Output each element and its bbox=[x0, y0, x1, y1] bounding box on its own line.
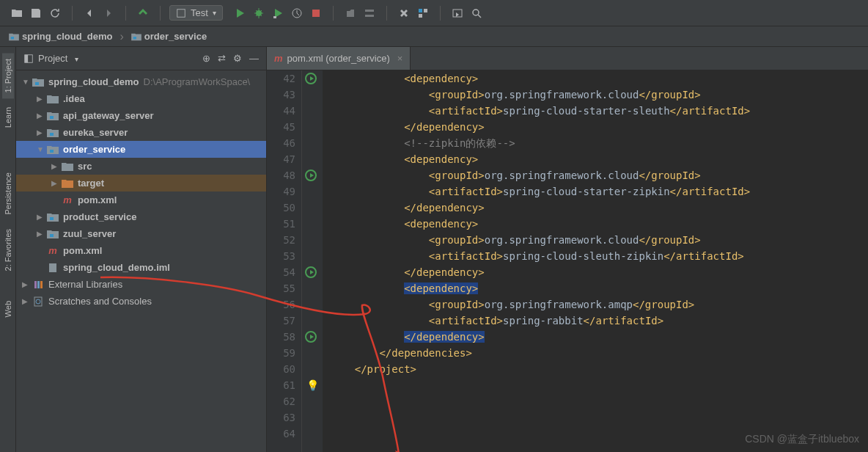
save-icon[interactable] bbox=[28, 5, 44, 21]
svg-rect-3 bbox=[312, 10, 320, 17]
back-icon[interactable] bbox=[81, 5, 98, 21]
breadcrumb-current[interactable]: order_service bbox=[131, 31, 207, 42]
run-configuration-selector[interactable]: Test ▾ bbox=[169, 5, 223, 21]
svg-rect-15 bbox=[50, 133, 54, 136]
run-icon[interactable] bbox=[232, 5, 248, 21]
hide-panel-icon[interactable]: — bbox=[249, 53, 259, 64]
panel-settings-icon[interactable]: ⚙ bbox=[233, 53, 242, 64]
rail-tab-favorites[interactable]: 2: Favorites bbox=[2, 223, 14, 277]
svg-rect-19 bbox=[49, 263, 56, 272]
tree-node[interactable]: ▶zuul_server bbox=[16, 225, 266, 242]
watermark: CSDN @蓝盒子itbluebox bbox=[745, 433, 859, 446]
tree-external-libraries[interactable]: ▶External Libraries bbox=[16, 276, 266, 293]
search-icon[interactable] bbox=[468, 5, 485, 21]
gutter-run-icon[interactable] bbox=[305, 73, 317, 84]
line-gutter: 4243444546474849505152535455565758596061… bbox=[267, 70, 302, 452]
gutter-icons: 💡 bbox=[302, 70, 323, 452]
expand-icon[interactable]: ⇄ bbox=[218, 53, 226, 64]
svg-rect-21 bbox=[37, 281, 40, 288]
tree-node[interactable]: ▼order_service bbox=[16, 141, 266, 158]
coverage-icon[interactable] bbox=[270, 5, 286, 21]
breadcrumb: spring_cloud_demo order_service bbox=[0, 26, 868, 47]
svg-rect-12 bbox=[25, 54, 28, 62]
vcs2-icon[interactable] bbox=[361, 5, 378, 21]
tree-scratches[interactable]: ▶Scratches and Consoles bbox=[16, 293, 266, 310]
vcs-icon[interactable] bbox=[342, 5, 358, 21]
structure-icon[interactable] bbox=[415, 5, 431, 21]
tree-node[interactable]: ▶api_gateway_server bbox=[16, 107, 266, 124]
svg-rect-4 bbox=[419, 9, 422, 12]
editor-tab[interactable]: m pom.xml (order_service) × bbox=[267, 47, 411, 70]
svg-rect-13 bbox=[35, 82, 39, 85]
svg-point-24 bbox=[36, 299, 40, 304]
tree-node[interactable]: ▶product_service bbox=[16, 208, 266, 225]
tree-node[interactable]: ▶.idea bbox=[16, 90, 266, 107]
close-tab-icon[interactable]: × bbox=[397, 53, 403, 64]
gutter-run-icon[interactable] bbox=[305, 331, 317, 343]
rail-tab-learn[interactable]: Learn bbox=[2, 101, 14, 134]
svg-rect-9 bbox=[11, 37, 14, 39]
rail-tab-project[interactable]: 1: Project bbox=[2, 53, 14, 98]
debug-icon[interactable] bbox=[251, 5, 267, 21]
rail-tab-persistence[interactable]: Persistence bbox=[2, 167, 14, 220]
panel-view-dropdown[interactable] bbox=[72, 53, 78, 64]
build-icon[interactable] bbox=[135, 5, 151, 21]
run-config-label: Test bbox=[191, 7, 208, 18]
gutter-run-icon[interactable] bbox=[305, 170, 317, 181]
panel-title: Project bbox=[38, 53, 67, 64]
svg-rect-22 bbox=[40, 281, 43, 288]
editor-tab-label: pom.xml (order_service) bbox=[287, 53, 390, 64]
code-area[interactable]: <dependency> <groupId>org.springframewor… bbox=[323, 70, 868, 452]
open-file-icon[interactable] bbox=[9, 5, 25, 21]
svg-point-8 bbox=[473, 10, 479, 15]
svg-rect-0 bbox=[177, 9, 185, 17]
tree-node[interactable]: mpom.xml bbox=[16, 192, 266, 208]
tree-root[interactable]: ▼spring_cloud_demoD:\AProgramWorkSpace\ bbox=[16, 73, 266, 90]
refresh-icon[interactable] bbox=[47, 5, 63, 21]
svg-rect-17 bbox=[50, 217, 54, 220]
intention-bulb-icon[interactable]: 💡 bbox=[306, 377, 319, 393]
locate-icon[interactable]: ⊕ bbox=[202, 53, 210, 64]
forward-icon[interactable] bbox=[100, 5, 117, 21]
svg-rect-6 bbox=[419, 14, 422, 18]
tree-node[interactable]: spring_cloud_demo.iml bbox=[16, 259, 266, 276]
tree-node[interactable]: mpom.xml bbox=[16, 242, 266, 259]
tree-node[interactable]: ▶eureka_server bbox=[16, 124, 266, 141]
profile-icon[interactable] bbox=[289, 5, 305, 21]
svg-rect-5 bbox=[424, 9, 427, 12]
svg-rect-16 bbox=[50, 150, 54, 153]
screenshot-icon[interactable] bbox=[449, 5, 466, 21]
left-tool-rail: 1: Project Learn Persistence 2: Favorite… bbox=[0, 47, 16, 452]
project-panel: Project ⊕ ⇄ ⚙ — ▼spring_cloud_demoD:\APr… bbox=[16, 47, 267, 452]
main-toolbar: Test ▾ bbox=[0, 0, 868, 26]
stop-icon[interactable] bbox=[308, 5, 324, 21]
editor-area: m pom.xml (order_service) × 424344454647… bbox=[267, 47, 868, 452]
project-tree[interactable]: ▼spring_cloud_demoD:\AProgramWorkSpace\▶… bbox=[16, 70, 266, 452]
svg-rect-14 bbox=[50, 116, 54, 119]
svg-rect-10 bbox=[133, 37, 136, 39]
svg-rect-20 bbox=[34, 281, 37, 288]
breadcrumb-root[interactable]: spring_cloud_demo bbox=[9, 31, 113, 42]
svg-rect-18 bbox=[50, 234, 54, 237]
rail-tab-web[interactable]: Web bbox=[2, 295, 14, 323]
settings-icon[interactable] bbox=[396, 5, 412, 21]
tree-node[interactable]: ▶src bbox=[16, 158, 266, 175]
tree-node[interactable]: ▶target bbox=[16, 175, 266, 192]
gutter-run-icon[interactable] bbox=[305, 266, 317, 278]
